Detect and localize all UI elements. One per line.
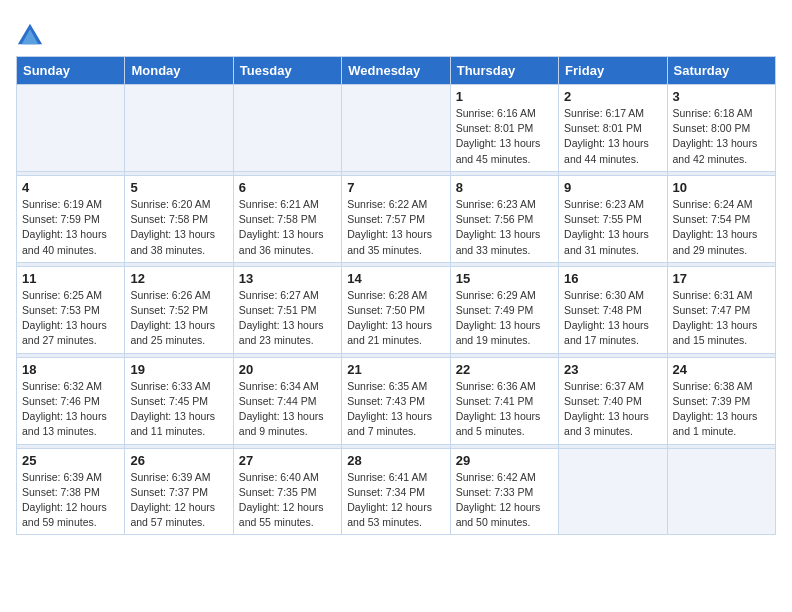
- day-number: 11: [22, 271, 119, 286]
- day-number: 26: [130, 453, 227, 468]
- weekday-header-wednesday: Wednesday: [342, 57, 450, 85]
- day-number: 3: [673, 89, 770, 104]
- calendar-week-row: 18Sunrise: 6:32 AM Sunset: 7:46 PM Dayli…: [17, 357, 776, 444]
- calendar-cell: 7Sunrise: 6:22 AM Sunset: 7:57 PM Daylig…: [342, 175, 450, 262]
- day-detail: Sunrise: 6:20 AM Sunset: 7:58 PM Dayligh…: [130, 197, 227, 258]
- day-number: 1: [456, 89, 553, 104]
- day-detail: Sunrise: 6:39 AM Sunset: 7:38 PM Dayligh…: [22, 470, 119, 531]
- calendar-cell: [17, 85, 125, 172]
- calendar-cell: 28Sunrise: 6:41 AM Sunset: 7:34 PM Dayli…: [342, 448, 450, 535]
- calendar-cell: 27Sunrise: 6:40 AM Sunset: 7:35 PM Dayli…: [233, 448, 341, 535]
- day-number: 20: [239, 362, 336, 377]
- day-detail: Sunrise: 6:16 AM Sunset: 8:01 PM Dayligh…: [456, 106, 553, 167]
- calendar-week-row: 25Sunrise: 6:39 AM Sunset: 7:38 PM Dayli…: [17, 448, 776, 535]
- day-number: 7: [347, 180, 444, 195]
- calendar-week-row: 4Sunrise: 6:19 AM Sunset: 7:59 PM Daylig…: [17, 175, 776, 262]
- day-detail: Sunrise: 6:19 AM Sunset: 7:59 PM Dayligh…: [22, 197, 119, 258]
- day-number: 22: [456, 362, 553, 377]
- calendar-cell: 22Sunrise: 6:36 AM Sunset: 7:41 PM Dayli…: [450, 357, 558, 444]
- calendar-cell: 5Sunrise: 6:20 AM Sunset: 7:58 PM Daylig…: [125, 175, 233, 262]
- calendar-cell: 12Sunrise: 6:26 AM Sunset: 7:52 PM Dayli…: [125, 266, 233, 353]
- calendar-cell: 8Sunrise: 6:23 AM Sunset: 7:56 PM Daylig…: [450, 175, 558, 262]
- calendar-cell: 24Sunrise: 6:38 AM Sunset: 7:39 PM Dayli…: [667, 357, 775, 444]
- calendar-cell: 20Sunrise: 6:34 AM Sunset: 7:44 PM Dayli…: [233, 357, 341, 444]
- calendar-cell: 9Sunrise: 6:23 AM Sunset: 7:55 PM Daylig…: [559, 175, 667, 262]
- day-number: 4: [22, 180, 119, 195]
- day-number: 13: [239, 271, 336, 286]
- day-detail: Sunrise: 6:37 AM Sunset: 7:40 PM Dayligh…: [564, 379, 661, 440]
- day-detail: Sunrise: 6:36 AM Sunset: 7:41 PM Dayligh…: [456, 379, 553, 440]
- calendar-cell: [559, 448, 667, 535]
- calendar-cell: 18Sunrise: 6:32 AM Sunset: 7:46 PM Dayli…: [17, 357, 125, 444]
- logo: [16, 20, 48, 48]
- day-number: 28: [347, 453, 444, 468]
- day-number: 29: [456, 453, 553, 468]
- weekday-header-row: SundayMondayTuesdayWednesdayThursdayFrid…: [17, 57, 776, 85]
- calendar-week-row: 1Sunrise: 6:16 AM Sunset: 8:01 PM Daylig…: [17, 85, 776, 172]
- day-detail: Sunrise: 6:23 AM Sunset: 7:55 PM Dayligh…: [564, 197, 661, 258]
- day-number: 15: [456, 271, 553, 286]
- day-detail: Sunrise: 6:24 AM Sunset: 7:54 PM Dayligh…: [673, 197, 770, 258]
- calendar-cell: 15Sunrise: 6:29 AM Sunset: 7:49 PM Dayli…: [450, 266, 558, 353]
- weekday-header-saturday: Saturday: [667, 57, 775, 85]
- calendar-cell: 4Sunrise: 6:19 AM Sunset: 7:59 PM Daylig…: [17, 175, 125, 262]
- calendar-cell: 16Sunrise: 6:30 AM Sunset: 7:48 PM Dayli…: [559, 266, 667, 353]
- calendar-cell: 1Sunrise: 6:16 AM Sunset: 8:01 PM Daylig…: [450, 85, 558, 172]
- weekday-header-monday: Monday: [125, 57, 233, 85]
- day-detail: Sunrise: 6:32 AM Sunset: 7:46 PM Dayligh…: [22, 379, 119, 440]
- calendar-cell: 6Sunrise: 6:21 AM Sunset: 7:58 PM Daylig…: [233, 175, 341, 262]
- day-number: 5: [130, 180, 227, 195]
- day-number: 9: [564, 180, 661, 195]
- day-number: 19: [130, 362, 227, 377]
- day-detail: Sunrise: 6:41 AM Sunset: 7:34 PM Dayligh…: [347, 470, 444, 531]
- calendar-week-row: 11Sunrise: 6:25 AM Sunset: 7:53 PM Dayli…: [17, 266, 776, 353]
- day-detail: Sunrise: 6:39 AM Sunset: 7:37 PM Dayligh…: [130, 470, 227, 531]
- day-detail: Sunrise: 6:29 AM Sunset: 7:49 PM Dayligh…: [456, 288, 553, 349]
- calendar-cell: [667, 448, 775, 535]
- calendar-cell: 14Sunrise: 6:28 AM Sunset: 7:50 PM Dayli…: [342, 266, 450, 353]
- calendar-cell: 21Sunrise: 6:35 AM Sunset: 7:43 PM Dayli…: [342, 357, 450, 444]
- day-number: 6: [239, 180, 336, 195]
- day-number: 2: [564, 89, 661, 104]
- day-detail: Sunrise: 6:40 AM Sunset: 7:35 PM Dayligh…: [239, 470, 336, 531]
- calendar-cell: 3Sunrise: 6:18 AM Sunset: 8:00 PM Daylig…: [667, 85, 775, 172]
- day-number: 8: [456, 180, 553, 195]
- day-detail: Sunrise: 6:30 AM Sunset: 7:48 PM Dayligh…: [564, 288, 661, 349]
- weekday-header-thursday: Thursday: [450, 57, 558, 85]
- day-detail: Sunrise: 6:26 AM Sunset: 7:52 PM Dayligh…: [130, 288, 227, 349]
- day-detail: Sunrise: 6:25 AM Sunset: 7:53 PM Dayligh…: [22, 288, 119, 349]
- day-number: 17: [673, 271, 770, 286]
- day-detail: Sunrise: 6:27 AM Sunset: 7:51 PM Dayligh…: [239, 288, 336, 349]
- calendar-cell: [125, 85, 233, 172]
- day-number: 10: [673, 180, 770, 195]
- day-detail: Sunrise: 6:31 AM Sunset: 7:47 PM Dayligh…: [673, 288, 770, 349]
- day-number: 21: [347, 362, 444, 377]
- day-detail: Sunrise: 6:22 AM Sunset: 7:57 PM Dayligh…: [347, 197, 444, 258]
- calendar-cell: [342, 85, 450, 172]
- weekday-header-sunday: Sunday: [17, 57, 125, 85]
- day-detail: Sunrise: 6:42 AM Sunset: 7:33 PM Dayligh…: [456, 470, 553, 531]
- day-number: 16: [564, 271, 661, 286]
- day-number: 23: [564, 362, 661, 377]
- day-detail: Sunrise: 6:21 AM Sunset: 7:58 PM Dayligh…: [239, 197, 336, 258]
- day-number: 24: [673, 362, 770, 377]
- weekday-header-tuesday: Tuesday: [233, 57, 341, 85]
- logo-icon: [16, 20, 44, 48]
- weekday-header-friday: Friday: [559, 57, 667, 85]
- day-detail: Sunrise: 6:23 AM Sunset: 7:56 PM Dayligh…: [456, 197, 553, 258]
- calendar-cell: 10Sunrise: 6:24 AM Sunset: 7:54 PM Dayli…: [667, 175, 775, 262]
- calendar-cell: 19Sunrise: 6:33 AM Sunset: 7:45 PM Dayli…: [125, 357, 233, 444]
- day-detail: Sunrise: 6:18 AM Sunset: 8:00 PM Dayligh…: [673, 106, 770, 167]
- calendar-table: SundayMondayTuesdayWednesdayThursdayFrid…: [16, 56, 776, 535]
- calendar-cell: 25Sunrise: 6:39 AM Sunset: 7:38 PM Dayli…: [17, 448, 125, 535]
- calendar-cell: 11Sunrise: 6:25 AM Sunset: 7:53 PM Dayli…: [17, 266, 125, 353]
- day-detail: Sunrise: 6:35 AM Sunset: 7:43 PM Dayligh…: [347, 379, 444, 440]
- page-header: [16, 16, 776, 48]
- day-detail: Sunrise: 6:33 AM Sunset: 7:45 PM Dayligh…: [130, 379, 227, 440]
- calendar-cell: 23Sunrise: 6:37 AM Sunset: 7:40 PM Dayli…: [559, 357, 667, 444]
- day-detail: Sunrise: 6:34 AM Sunset: 7:44 PM Dayligh…: [239, 379, 336, 440]
- calendar-cell: 17Sunrise: 6:31 AM Sunset: 7:47 PM Dayli…: [667, 266, 775, 353]
- calendar-cell: 13Sunrise: 6:27 AM Sunset: 7:51 PM Dayli…: [233, 266, 341, 353]
- calendar-cell: 2Sunrise: 6:17 AM Sunset: 8:01 PM Daylig…: [559, 85, 667, 172]
- calendar-cell: 26Sunrise: 6:39 AM Sunset: 7:37 PM Dayli…: [125, 448, 233, 535]
